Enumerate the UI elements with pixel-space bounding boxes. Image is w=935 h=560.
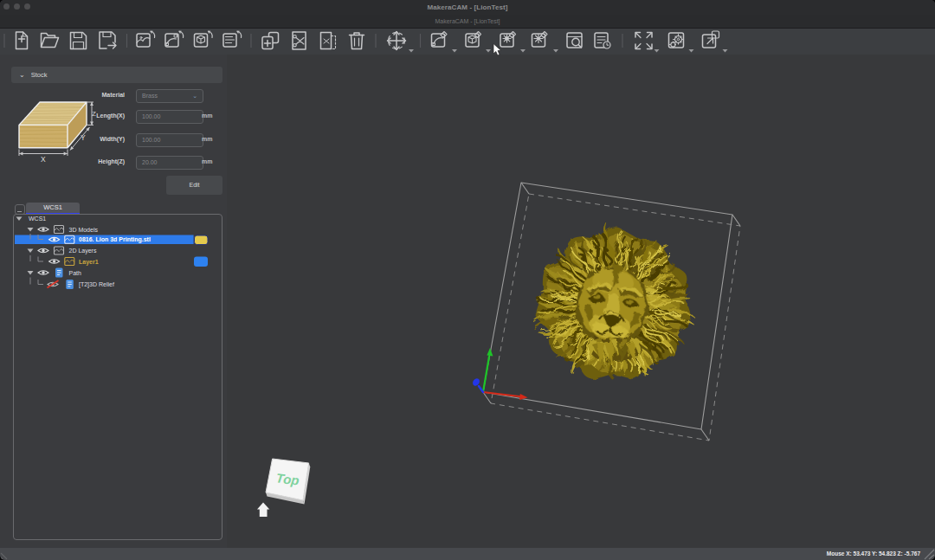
svg-text:Top: Top: [275, 470, 300, 487]
svg-text:2D Layers: 2D Layers: [69, 248, 97, 254]
svg-text:3D Models: 3D Models: [69, 227, 99, 233]
svg-text:Path: Path: [69, 270, 82, 276]
svg-text:X: X: [41, 155, 46, 164]
svg-text:Layer1: Layer1: [79, 259, 99, 266]
svg-text:[T2]3D Relief: [T2]3D Relief: [79, 281, 114, 288]
svg-text:WCS1: WCS1: [29, 216, 46, 222]
svg-text:0816. Lion 3d Printing.stl: 0816. Lion 3d Printing.stl: [79, 236, 151, 243]
